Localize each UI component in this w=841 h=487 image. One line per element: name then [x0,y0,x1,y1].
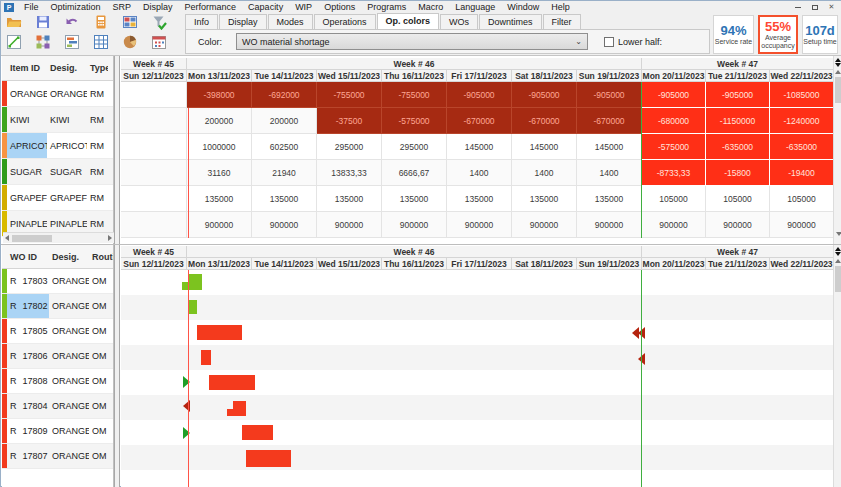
day-header-cell[interactable]: Thu 16/11/2023 [382,258,447,270]
day-header-cell[interactable]: Sat 18/11/2023 [512,70,577,82]
item-id-cell[interactable]: KIWI [7,107,47,132]
stock-cell[interactable]: 21940 [252,160,317,186]
minimize-icon[interactable] [793,3,802,11]
day-header-cell[interactable]: Wed 15/11/2023 [317,258,382,270]
toolbar-button-gantt[interactable] [62,35,82,53]
color-select[interactable]: WO material shortage ⌄ [236,33,588,50]
wo-routing-cell[interactable]: OM [89,344,113,368]
menu-item-macro[interactable]: Macro [412,1,449,13]
menu-item-srp[interactable]: SRP [107,1,138,13]
stock-cell[interactable]: -670000 [577,108,642,134]
stock-cell[interactable]: 6666,67 [382,160,447,186]
stock-cell[interactable]: 295000 [382,134,447,160]
gantt-bar[interactable] [189,274,202,290]
scroll-right-icon[interactable] [108,235,112,241]
stock-cell[interactable]: 900000 [447,212,512,238]
stock-cell[interactable]: -680000 [642,108,706,134]
scroll-thumb[interactable] [12,235,52,242]
stock-cell[interactable]: 135000 [577,186,642,212]
wo-routing-cell[interactable]: OM [89,394,113,418]
item-id-cell[interactable]: GRAPEFRU [7,185,47,210]
day-header-cell[interactable]: Tue 14/11/2023 [252,70,317,82]
menu-item-help[interactable]: Help [545,1,576,13]
stock-cell[interactable]: -670000 [447,108,512,134]
toolbar-button-calculator[interactable] [91,15,111,33]
stock-cell[interactable]: 105000 [770,186,833,212]
table-row[interactable]: R17805ORANGE MOM [2,319,113,344]
stock-cell[interactable]: 900000 [187,212,252,238]
stock-cell[interactable]: 900000 [512,212,577,238]
item-desig-cell[interactable]: ORANGE [47,81,87,106]
stock-cell[interactable] [121,134,187,160]
menu-item-display[interactable]: Display [137,1,179,13]
stock-cell[interactable]: 900000 [577,212,642,238]
wo-routing-cell[interactable]: OM [89,369,113,393]
stock-cell[interactable]: 200000 [252,108,317,134]
menu-item-file[interactable]: File [18,1,45,13]
table-row[interactable]: R17806ORANGE MOM [2,344,113,369]
day-header-cell[interactable]: Wed 22/11/2023 [770,258,833,270]
table-row[interactable]: SUGARSUGARRM [2,159,113,185]
wo-routing-cell[interactable]: OM [89,269,113,293]
menu-item-performance[interactable]: Performance [179,1,243,13]
item-type-cell[interactable]: RM [87,107,108,132]
day-header-cell[interactable]: Sun 19/11/2023 [577,258,642,270]
tab-operations[interactable]: Operations [314,14,376,30]
stock-cell[interactable]: -1085000 [770,82,833,108]
stock-cell[interactable] [121,82,187,108]
stock-cell[interactable]: -37500 [317,108,382,134]
wo-routing-cell[interactable]: OM [89,294,113,318]
gantt-bar[interactable] [201,350,211,365]
stock-cell[interactable] [121,186,187,212]
scroll-thumb[interactable] [835,77,841,103]
kpi-service-rate[interactable]: 94% Service rate [713,15,754,54]
menu-item-programs[interactable]: Programs [361,1,412,13]
stock-cell[interactable]: 105000 [706,186,770,212]
gantt-bar[interactable] [242,425,273,440]
stock-cell[interactable] [121,108,187,134]
day-header-cell[interactable]: Sun 12/11/2023 [121,258,187,270]
stock-cell[interactable]: -398000 [187,82,252,108]
pane-split-icon[interactable] [834,56,841,68]
menu-item-optimization[interactable]: Optimization [45,1,107,13]
wo-id-cell[interactable]: R17805 [7,319,49,343]
stock-cell[interactable]: 105000 [642,186,706,212]
scroll-thumb[interactable] [835,266,841,292]
stock-cell[interactable]: 145000 [577,134,642,160]
stock-cell[interactable]: -692000 [252,82,317,108]
table-row[interactable]: R17807ORANGE MOM [2,444,113,469]
table-row[interactable]: APRICOTAPRICOTRM [2,133,113,159]
item-desig-cell[interactable]: APRICOT [47,133,87,158]
toolbar-button-open-folder[interactable] [4,15,24,33]
pane-split-icon[interactable] [834,245,841,257]
horizontal-scrollbar[interactable] [3,232,114,243]
stock-cell[interactable]: 295000 [317,134,382,160]
gantt-bar[interactable] [227,409,246,416]
table-row[interactable]: R17804ORANGE MOM [2,394,113,419]
table-row[interactable]: KIWIKIWIRM [2,107,113,133]
stock-cell[interactable]: 135000 [512,186,577,212]
toolbar-button-trend-chart[interactable] [4,35,24,53]
stock-cell[interactable]: 602500 [252,134,317,160]
stock-cell[interactable]: 145000 [512,134,577,160]
day-header-cell[interactable]: Fri 17/11/2023 [447,258,512,270]
tab-modes[interactable]: Modes [268,14,313,30]
wo-desig-cell[interactable]: ORANGE M [49,344,89,368]
stock-cell[interactable]: 31160 [187,160,252,186]
wo-desig-cell[interactable]: ORANGE M [49,269,89,293]
stock-cell[interactable]: 135000 [317,186,382,212]
table-row[interactable]: GRAPEFRUGRAPEFRURM [2,185,113,211]
toolbar-button-save[interactable] [33,15,53,33]
menu-item-window[interactable]: Window [501,1,545,13]
lower-half-checkbox[interactable] [604,37,614,47]
wo-id-cell[interactable]: R17802 [7,294,49,318]
wo-desig-cell[interactable]: ORANGE M [49,319,89,343]
gantt-bar[interactable] [189,300,197,314]
day-header-cell[interactable]: Mon 20/11/2023 [642,258,706,270]
table-row[interactable]: R17809ORANGE MOM [2,419,113,444]
item-id-cell[interactable]: SUGAR [7,159,47,184]
stock-cell[interactable]: -575000 [382,108,447,134]
stock-cell[interactable]: -1150000 [706,108,770,134]
stock-cell[interactable]: 135000 [447,186,512,212]
stock-cell[interactable]: 1400 [512,160,577,186]
